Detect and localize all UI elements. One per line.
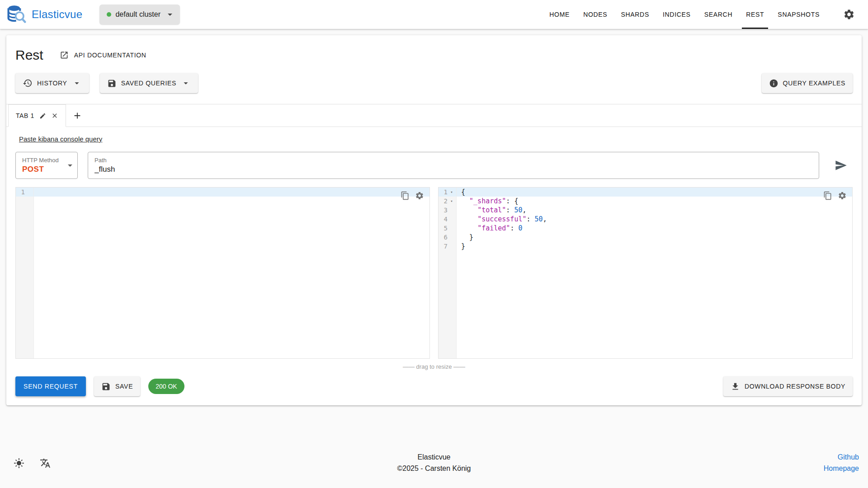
- cluster-status-dot: [107, 12, 111, 17]
- nav-item-snapshots[interactable]: SNAPSHOTS: [771, 0, 826, 29]
- response-editor-gutter: 1▾2▾34567: [439, 188, 457, 358]
- save-label: SAVE: [115, 383, 133, 390]
- code-line: }: [457, 233, 852, 242]
- response-editor-code: { "_shards": { "total": 50, "successful"…: [457, 188, 852, 358]
- card-header: Rest API DOCUMENTATION: [6, 35, 862, 67]
- code-line: "total": 50,: [457, 206, 852, 215]
- brand-title[interactable]: Elasticvue: [32, 8, 82, 21]
- page-title: Rest: [15, 47, 43, 63]
- path-field[interactable]: Path: [88, 152, 819, 179]
- copy-icon[interactable]: [401, 191, 410, 200]
- http-method-value: POST: [22, 165, 71, 174]
- resize-handle[interactable]: —— drag to resize ——: [15, 363, 853, 370]
- path-label: Path: [94, 157, 812, 164]
- nav-item-search[interactable]: SEARCH: [698, 0, 740, 29]
- editor-settings-gear-icon[interactable]: [415, 191, 424, 200]
- nav-item-indices[interactable]: INDICES: [656, 0, 698, 29]
- rest-card: Rest API DOCUMENTATION HISTORY SAVED QUE…: [6, 35, 862, 405]
- download-response-button[interactable]: DOWNLOAD RESPONSE BODY: [723, 376, 853, 396]
- query-examples-label: QUERY EXAMPLES: [783, 80, 845, 87]
- request-form: HTTP Method POST Path: [15, 152, 853, 179]
- line-number: 4: [439, 216, 448, 223]
- actions-row: SEND REQUEST SAVE 200 OK DOWNLOAD RESPON…: [15, 376, 853, 396]
- chevron-down-icon: [72, 78, 82, 88]
- info-icon: [769, 79, 778, 88]
- tab-1[interactable]: TAB 1: [8, 104, 66, 127]
- line-number: 1: [439, 188, 448, 196]
- send-request-button[interactable]: SEND REQUEST: [15, 376, 86, 396]
- github-link[interactable]: Github: [824, 452, 859, 463]
- paper-plane-icon: [835, 159, 847, 172]
- footer-copyright: ©2025 - Carsten König: [397, 463, 471, 474]
- api-documentation-link[interactable]: API DOCUMENTATION: [55, 47, 151, 63]
- nav-item-shards[interactable]: SHARDS: [614, 0, 656, 29]
- close-tab-icon[interactable]: [51, 112, 58, 119]
- response-editor: 1▾2▾34567 { "_shards": { "total": 50, "s…: [438, 187, 853, 359]
- query-examples-button[interactable]: QUERY EXAMPLES: [762, 73, 853, 93]
- tab-1-label: TAB 1: [16, 112, 34, 119]
- saved-queries-button[interactable]: SAVED QUERIES: [100, 73, 198, 93]
- status-badge: 200 OK: [148, 379, 184, 394]
- footer: Elasticvue ©2025 - Carsten König Github …: [0, 442, 868, 488]
- editor-settings-gear-icon[interactable]: [838, 191, 847, 200]
- code-line: {: [457, 188, 852, 197]
- download-icon: [731, 382, 740, 391]
- add-tab-button[interactable]: [66, 104, 89, 127]
- send-request-icon-button[interactable]: [829, 154, 853, 177]
- tab-strip: TAB 1: [6, 104, 862, 127]
- line-number: 3: [439, 206, 448, 214]
- settings-gear-icon[interactable]: [839, 5, 859, 24]
- editors-row: 1 1▾2▾34567 { "_shards": { "total": 50, …: [15, 187, 853, 359]
- line-number: 2: [439, 197, 448, 205]
- fold-chevron-icon[interactable]: ▾: [448, 190, 456, 194]
- homepage-link[interactable]: Homepage: [824, 463, 859, 474]
- history-label: HISTORY: [37, 80, 67, 87]
- fold-chevron-icon[interactable]: ▾: [448, 199, 456, 203]
- download-response-label: DOWNLOAD RESPONSE BODY: [745, 383, 845, 390]
- request-editor-gutter: 1: [16, 188, 34, 358]
- navbar: Elasticvue default cluster HOME NODES SH…: [0, 0, 868, 29]
- paste-kibana-query-link[interactable]: Paste kibana console query: [19, 135, 102, 143]
- theme-toggle-sun-icon[interactable]: [9, 453, 29, 473]
- tab-content: Paste kibana console query HTTP Method P…: [6, 127, 862, 405]
- copy-icon[interactable]: [823, 191, 832, 200]
- line-number: 5: [439, 225, 448, 232]
- request-editor-toolbar: [401, 191, 424, 200]
- http-method-label: HTTP Method: [22, 157, 71, 164]
- navbar-left: Elasticvue default cluster: [6, 5, 180, 24]
- plus-icon: [72, 111, 82, 121]
- main-navigation: HOME NODES SHARDS INDICES SEARCH REST SN…: [542, 0, 862, 29]
- translate-language-icon[interactable]: [35, 453, 55, 473]
- save-icon: [101, 382, 111, 391]
- saved-queries-label: SAVED QUERIES: [121, 80, 176, 87]
- chevron-down-icon: [181, 78, 191, 88]
- external-link-icon: [60, 51, 69, 60]
- line-number: 7: [439, 243, 448, 250]
- response-editor-toolbar: [823, 191, 847, 200]
- request-editor: 1: [15, 187, 430, 359]
- footer-center: Elasticvue ©2025 - Carsten König: [397, 452, 471, 474]
- line-number: 1: [16, 188, 25, 196]
- cluster-name: default cluster: [115, 10, 160, 19]
- path-input[interactable]: [94, 165, 812, 174]
- save-button[interactable]: SAVE: [94, 376, 140, 396]
- footer-app-name: Elasticvue: [397, 452, 471, 463]
- history-button[interactable]: HISTORY: [15, 73, 89, 93]
- toolbar: HISTORY SAVED QUERIES QUERY EXAMPLES: [6, 67, 862, 104]
- nav-item-nodes[interactable]: NODES: [576, 0, 614, 29]
- history-icon: [23, 78, 33, 88]
- chevron-down-icon: [65, 160, 75, 171]
- nav-item-home[interactable]: HOME: [542, 0, 576, 29]
- http-method-select[interactable]: HTTP Method POST: [15, 152, 78, 179]
- nav-item-rest[interactable]: REST: [739, 0, 771, 29]
- chevron-down-icon: [165, 9, 175, 20]
- request-editor-code[interactable]: [34, 188, 429, 358]
- edit-tab-pencil-icon[interactable]: [39, 113, 46, 119]
- elasticvue-logo-icon[interactable]: [6, 5, 26, 24]
- cluster-selector[interactable]: default cluster: [99, 5, 180, 24]
- save-icon: [107, 79, 117, 88]
- code-line: }: [457, 242, 852, 251]
- line-number: 6: [439, 234, 448, 241]
- code-line: "_shards": {: [457, 197, 852, 206]
- code-line: "failed": 0: [457, 224, 852, 233]
